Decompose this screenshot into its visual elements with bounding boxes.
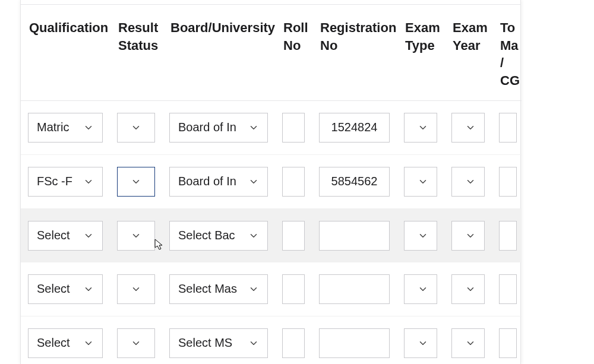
result-status-select[interactable] [117,167,155,197]
qualification-select[interactable]: Select [28,274,103,304]
chevron-down-icon [248,176,259,187]
qualification-select-label: Select [37,336,70,350]
col-header-qualification: Qualification [21,5,110,100]
table-row: FSc -FBoard of In5854562 [21,154,522,208]
chevron-down-icon [418,122,428,133]
chevron-down-icon [131,176,141,187]
total-marks-input[interactable] [499,274,517,304]
chevron-down-icon [418,284,428,295]
col-header-board: Board/University [162,5,275,100]
form-panel: Qualification Result Status Board/Univer… [20,0,521,364]
qualification-select-label: FSc -F [37,175,72,188]
panel-top-divider [21,0,520,5]
education-table: Qualification Result Status Board/Univer… [21,5,522,364]
chevron-down-icon [83,338,94,349]
total-marks-input[interactable] [499,221,517,251]
total-marks-input[interactable] [499,113,517,143]
table-row: SelectSelect MS [21,316,522,364]
exam-type-select[interactable] [404,328,437,358]
table-row: MatricBoard of In1524824 [21,100,522,154]
education-table-wrap: Qualification Result Status Board/Univer… [21,5,520,364]
qualification-select[interactable]: FSc -F [28,167,103,197]
board-select[interactable]: Select Mas [169,274,268,304]
result-status-select[interactable] [117,328,155,358]
chevron-down-icon [83,176,94,187]
chevron-down-icon [418,338,428,349]
qualification-select[interactable]: Matric [28,113,103,143]
board-select-label: Select Bac [178,229,235,242]
chevron-down-icon [465,122,476,133]
board-select-label: Select MS [178,336,232,350]
registration-no-input[interactable] [319,274,390,304]
qualification-select[interactable]: Select [28,328,103,358]
result-status-select[interactable] [117,221,155,251]
chevron-down-icon [131,122,141,133]
col-header-exam-type: Exam Type [397,5,444,100]
col-header-registration-no: Registration No [312,5,397,100]
exam-type-select[interactable] [404,167,437,197]
exam-year-select[interactable] [451,167,485,197]
chevron-down-icon [248,338,259,349]
result-status-select[interactable] [117,274,155,304]
col-header-roll-no: Roll No [275,5,312,100]
col-header-total-marks: To Ma / CG [492,5,522,100]
board-select[interactable]: Select MS [169,328,268,358]
chevron-down-icon [248,122,259,133]
chevron-down-icon [248,284,259,295]
exam-year-select[interactable] [451,221,485,251]
exam-type-select[interactable] [404,274,437,304]
chevron-down-icon [131,230,141,241]
roll-no-input[interactable] [282,274,305,304]
roll-no-input[interactable] [282,328,305,358]
chevron-down-icon [131,338,141,349]
table-header-row: Qualification Result Status Board/Univer… [21,5,522,100]
chevron-down-icon [465,284,476,295]
exam-type-select[interactable] [404,113,437,143]
table-row: SelectSelect Bac [21,208,522,262]
chevron-down-icon [131,284,141,295]
total-marks-input[interactable] [499,328,517,358]
chevron-down-icon [418,230,428,241]
board-select-label: Board of In [178,121,236,134]
chevron-down-icon [83,122,94,133]
qualification-select-label: Select [37,229,70,242]
roll-no-input[interactable] [282,167,305,197]
chevron-down-icon [418,176,428,187]
registration-no-input[interactable]: 5854562 [319,167,390,197]
registration-no-input[interactable] [319,221,390,251]
board-select[interactable]: Board of In [169,167,268,197]
registration-no-input[interactable]: 1524824 [319,113,390,143]
col-header-result-status: Result Status [110,5,162,100]
board-select[interactable]: Board of In [169,113,268,143]
chevron-down-icon [465,338,476,349]
exam-type-select[interactable] [404,221,437,251]
chevron-down-icon [83,284,94,295]
total-marks-input[interactable] [499,167,517,197]
col-header-exam-year: Exam Year [444,5,492,100]
board-select-label: Select Mas [178,282,237,296]
roll-no-input[interactable] [282,113,305,143]
board-select[interactable]: Select Bac [169,221,268,251]
registration-no-input[interactable] [319,328,390,358]
chevron-down-icon [83,230,94,241]
qualification-select-label: Matric [37,121,69,134]
chevron-down-icon [465,176,476,187]
roll-no-input[interactable] [282,221,305,251]
exam-year-select[interactable] [451,328,485,358]
table-row: SelectSelect Mas [21,262,522,316]
chevron-down-icon [248,230,259,241]
exam-year-select[interactable] [451,113,485,143]
board-select-label: Board of In [178,175,236,188]
chevron-down-icon [465,230,476,241]
qualification-select[interactable]: Select [28,221,103,251]
result-status-select[interactable] [117,113,155,143]
qualification-select-label: Select [37,282,70,296]
exam-year-select[interactable] [451,274,485,304]
